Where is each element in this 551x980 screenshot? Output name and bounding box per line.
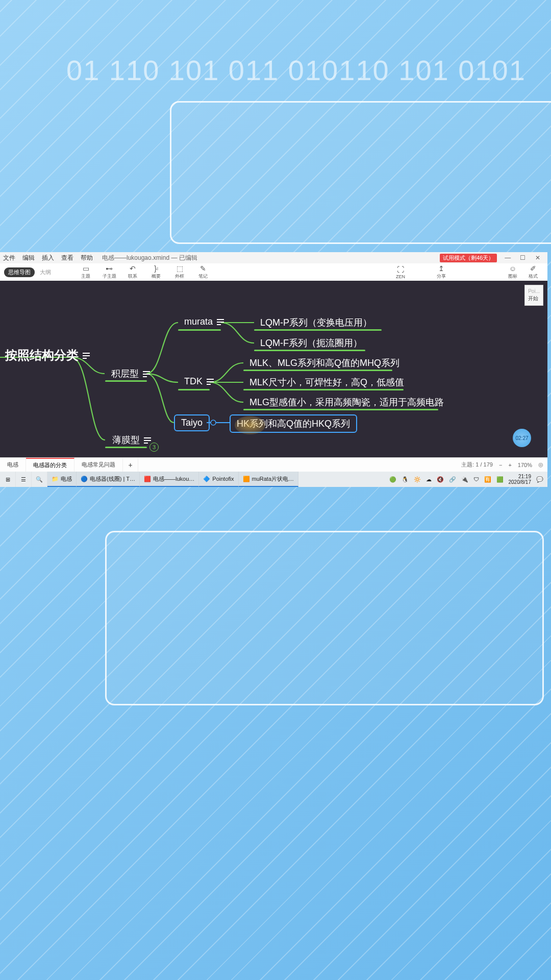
node-murata[interactable]: murata <box>179 315 229 328</box>
toolbar-style[interactable]: ✐格式 <box>523 264 543 280</box>
maximize-button[interactable]: ☐ <box>516 254 530 261</box>
zoom-out[interactable]: − <box>499 462 502 468</box>
tray-icon[interactable]: 🔇 <box>437 476 444 483</box>
tray-icon[interactable]: 🈶 <box>484 476 491 483</box>
close-button[interactable]: ✕ <box>531 254 544 261</box>
status-topics: 主题: 1 / 179 <box>461 461 493 469</box>
note-icon: ✎ <box>200 264 206 273</box>
tray-icon[interactable]: 🟩 <box>496 476 504 483</box>
tray-icon: 🔗 <box>449 476 456 483</box>
topic-icon: ▭ <box>83 264 89 273</box>
tray-icon[interactable]: 🛡 <box>473 476 479 482</box>
menu-bar: 文件 编辑 插入 查看 帮助 电感——lukougao.xmind — 已编辑 … <box>0 252 547 263</box>
trial-badge[interactable]: 试用模式（剩46天） <box>440 254 497 262</box>
node-mlg[interactable]: MLG型感值小，采用高频陶瓷，适用于高频电路 <box>244 395 449 409</box>
focus-icon[interactable]: ◎ <box>538 461 543 468</box>
toolbar-zen[interactable]: ⛶ZEN <box>390 265 411 279</box>
play-timer[interactable]: 02:27 <box>513 429 531 447</box>
tray-icon[interactable]: 🔆 <box>414 476 421 483</box>
notes-icon[interactable] <box>144 437 151 443</box>
menu-insert[interactable]: 插入 <box>42 254 54 262</box>
zoom-level: 170% <box>518 462 532 468</box>
taskbar-item-1[interactable]: 🔵电感器(线圈) | T… <box>77 472 140 487</box>
node-lqmf[interactable]: LQM-F系列（扼流圈用） <box>255 336 367 350</box>
menu-help[interactable]: 帮助 <box>81 254 93 262</box>
image-icon: ☺ <box>509 264 516 273</box>
sheet-tab-classify[interactable]: 电感器的分类 <box>26 458 74 472</box>
notes-icon[interactable] <box>143 371 150 377</box>
node-tdk[interactable]: TDK <box>179 375 219 388</box>
wallpaper-frame-top <box>170 101 551 244</box>
start-button[interactable]: ⊞ <box>0 472 16 487</box>
taskbar-item-2[interactable]: 🟥电感——lukou… <box>140 472 199 487</box>
tray-icon[interactable]: ☁ <box>426 476 432 483</box>
toolbar-note[interactable]: ✎笔记 <box>193 264 213 280</box>
node-mlk1[interactable]: MLK、MLG系列和高Q值的MHQ系列 <box>244 356 405 370</box>
minimize-button[interactable]: — <box>501 254 514 261</box>
wallpaper-frame-bottom <box>105 531 544 705</box>
menu-file[interactable]: 文件 <box>3 254 15 262</box>
taskbar-item-4[interactable]: 🟧muRata片状电… <box>239 472 299 487</box>
taskbar-item-3[interactable]: 🔷Pointofix <box>199 472 238 487</box>
sheet-tab-faq[interactable]: 电感常见问题 <box>74 458 123 472</box>
node-bomo[interactable]: 薄膜型 <box>107 433 156 447</box>
notes-icon[interactable] <box>83 353 90 358</box>
add-sheet-button[interactable]: + <box>123 458 138 472</box>
wallpaper-digits: 01 110 101 011 010110 101 0101 <box>66 54 551 87</box>
taskview-button[interactable]: ☰ <box>16 472 32 487</box>
node-mlk2[interactable]: MLK尺寸小，可焊性好，高Q，低感值 <box>244 375 409 389</box>
toolbar-image[interactable]: ☺图标 <box>503 264 523 280</box>
node-jiceng[interactable]: 积层型 <box>106 366 155 381</box>
menu-view[interactable]: 查看 <box>61 254 73 262</box>
summary-icon: }⦂ <box>154 264 158 273</box>
pointofix-panel[interactable]: Poi... 开始 <box>524 285 543 306</box>
node-hk-selected[interactable]: HK系列和高Q值的HKQ系列 <box>230 414 357 433</box>
node-lqmp[interactable]: LQM-P系列（变换电压用） <box>255 315 377 330</box>
node-taiyo-selected[interactable]: Taiyo <box>174 414 210 431</box>
toolbar: 思维导图 大纲 ▭主题 ⊷子主题 ↶联系 }⦂概要 ⬚外框 ✎笔记 ⛶ZEN ↥… <box>0 263 547 281</box>
boundary-icon: ⬚ <box>177 264 183 273</box>
window-controls: — ☐ ✕ <box>501 254 544 261</box>
toolbar-share[interactable]: ↥分享 <box>431 264 452 280</box>
view-tab-outline[interactable]: 大纲 <box>36 267 55 277</box>
toolbar-summary[interactable]: }⦂概要 <box>146 264 166 280</box>
svg-point-0 <box>211 420 216 425</box>
zen-icon: ⛶ <box>397 265 404 274</box>
style-icon: ✐ <box>530 264 536 273</box>
toolbar-topic[interactable]: ▭主题 <box>76 264 96 280</box>
zoom-in[interactable]: + <box>508 462 511 468</box>
notes-icon[interactable] <box>207 379 214 384</box>
view-tab-mindmap[interactable]: 思维导图 <box>4 267 35 277</box>
bottom-bar: 电感 电感器的分类 电感常见问题 + 主题: 1 / 179 − + 170% … <box>0 457 547 472</box>
sheet-tab-diangan[interactable]: 电感 <box>0 458 26 472</box>
menu-edit[interactable]: 编辑 <box>22 254 35 262</box>
toolbar-subtopic[interactable]: ⊷子主题 <box>99 264 119 280</box>
tray-icon[interactable]: 🟢 <box>389 476 396 483</box>
share-icon: ↥ <box>438 264 444 273</box>
notifications-icon[interactable]: 💬 <box>536 476 543 483</box>
xmind-window: 文件 编辑 插入 查看 帮助 电感——lukougao.xmind — 已编辑 … <box>0 252 547 487</box>
node-root[interactable]: 按照结构分类 <box>0 346 95 364</box>
collapsed-count[interactable]: 3 <box>149 443 159 452</box>
taskbar-folder[interactable]: 📁电感 <box>47 472 77 487</box>
subtopic-icon: ⊷ <box>106 264 113 273</box>
search-button[interactable]: 🔍 <box>32 472 47 487</box>
tray-icon[interactable]: 🔌 <box>461 476 468 483</box>
toolbar-boundary[interactable]: ⬚外框 <box>169 264 190 280</box>
file-title: 电感——lukougao.xmind — 已编辑 <box>102 254 197 262</box>
windows-taskbar: ⊞ ☰ 🔍 📁电感 🔵电感器(线圈) | T… 🟥电感——lukou… 🔷Poi… <box>0 472 547 487</box>
taskbar-clock[interactable]: 21:19 2020/8/17 <box>509 474 532 485</box>
notes-icon[interactable] <box>217 319 224 325</box>
tray-icon[interactable]: 🐧 <box>402 476 409 483</box>
toolbar-relation[interactable]: ↶联系 <box>122 264 143 280</box>
relation-icon: ↶ <box>130 264 136 273</box>
mindmap-canvas[interactable]: 按照结构分类 积层型 薄膜型 3 murata TDK Taiyo LQM-P系… <box>0 281 547 457</box>
